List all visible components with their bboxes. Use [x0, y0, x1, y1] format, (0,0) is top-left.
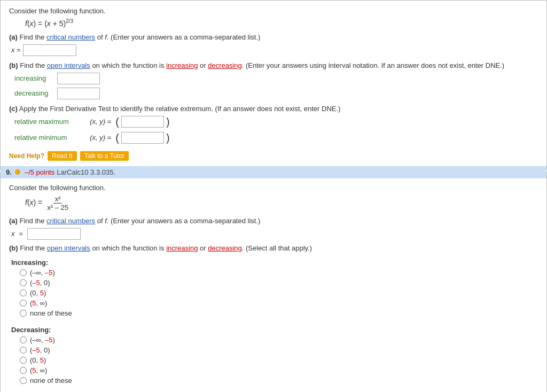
top-rel-max-row: relative maximum (x, y) = ( ) — [14, 116, 538, 128]
top-decreasing-input[interactable] — [57, 88, 100, 99]
fraction-denominator: x² – 25 — [45, 203, 70, 211]
top-rel-max-input[interactable] — [121, 116, 164, 128]
increasing-option-3[interactable]: (0, 5) — [20, 289, 538, 297]
decreasing-label: Decreasing: — [11, 326, 538, 334]
decreasing-interval-4: (5, ∞) — [30, 366, 47, 374]
points-badge: –/5 points — [25, 168, 54, 176]
decreasing-option-1[interactable]: (–∞, –5) — [20, 336, 538, 344]
increasing-radio-2[interactable] — [20, 279, 27, 286]
decreasing-radio-1[interactable] — [20, 336, 27, 343]
top-rel-max-label: relative maximum — [14, 117, 84, 126]
decreasing-interval-2: (–5, 0) — [30, 346, 50, 354]
decreasing-option-5[interactable]: none of these — [20, 377, 538, 385]
increasing-interval-2: (–5, 0) — [30, 279, 50, 287]
top-rel-min-rparen: ) — [166, 132, 170, 143]
increasing-label: Increasing: — [11, 258, 538, 266]
decreasing-radio-3[interactable] — [20, 357, 27, 364]
increasing-radio-5[interactable] — [20, 310, 27, 317]
increasing-radio-1[interactable] — [20, 269, 27, 276]
decreasing-option-4[interactable]: (5, ∞) — [20, 366, 538, 374]
top-need-help: Need Help? Read It Talk to a Tutor — [9, 151, 538, 161]
bottom-intro: Consider the following function. — [9, 184, 538, 192]
increasing-radio-3[interactable] — [20, 289, 27, 296]
bottom-x-row: x= — [11, 228, 538, 240]
top-decreasing-row: decreasing — [14, 88, 538, 99]
increasing-option-4[interactable]: (5, ∞) — [20, 299, 538, 307]
bottom-x-input[interactable] — [27, 228, 81, 240]
top-decreasing-label: decreasing — [14, 89, 57, 97]
top-increasing-row: increasing — [14, 73, 538, 84]
top-x-label: x = — [11, 46, 21, 54]
decreasing-interval-1: (–∞, –5) — [30, 336, 55, 344]
dot-icon — [15, 168, 22, 176]
increasing-option-1[interactable]: (–∞, –5) — [20, 269, 538, 277]
decreasing-option-3[interactable]: (0, 5) — [20, 356, 538, 364]
top-increasing-input[interactable] — [57, 73, 100, 84]
bottom-part-a-question: (a) Find the critical numbers of f. (Ent… — [9, 217, 538, 225]
decreasing-radio-5[interactable] — [20, 377, 27, 384]
increasing-option-2[interactable]: (–5, 0) — [20, 279, 538, 287]
top-function: f(x) = (x + 5)2/3 — [25, 18, 538, 28]
bottom-part-b-question: (b) Find the open intervals on which the… — [9, 244, 538, 252]
increasing-option-5[interactable]: none of these — [20, 309, 538, 317]
decreasing-radio-4[interactable] — [20, 367, 27, 374]
fraction-numerator: x² — [53, 195, 62, 203]
top-intro: Consider the following function. — [9, 7, 538, 15]
bottom-function: f(x) = x² x² – 25 — [25, 195, 538, 211]
decreasing-interval-5: none of these — [30, 377, 72, 385]
top-rel-max-xy: (x, y) = — [86, 117, 111, 126]
read-it-button[interactable]: Read It — [48, 151, 77, 161]
top-rel-min-row: relative minimum (x, y) = ( ) — [14, 132, 538, 144]
top-part-a-question: (a) Find the critical numbers of f. (Ent… — [9, 33, 538, 41]
top-rel-min-input[interactable] — [121, 132, 164, 144]
top-part-c-question: (c) Apply the First Derivative Test to i… — [9, 105, 538, 113]
decreasing-radio-2[interactable] — [20, 347, 27, 354]
top-rel-min-xy: (x, y) = — [86, 134, 111, 142]
bottom-x-label: x — [11, 230, 15, 238]
top-x-input[interactable] — [23, 44, 76, 56]
talk-to-tutor-button[interactable]: Talk to a Tutor — [80, 151, 129, 161]
top-rel-max-rparen: ) — [166, 116, 170, 127]
top-rel-min-lparen: ( — [115, 132, 119, 143]
top-rel-max-lparen: ( — [115, 116, 119, 127]
decreasing-option-2[interactable]: (–5, 0) — [20, 346, 538, 354]
top-part-b-question: (b) Find the open intervals on which the… — [9, 61, 538, 69]
top-increasing-label: increasing — [14, 74, 57, 82]
increasing-interval-3: (0, 5) — [30, 289, 46, 297]
increasing-interval-5: none of these — [30, 309, 72, 317]
need-help-label: Need Help? — [9, 152, 44, 160]
decreasing-interval-3: (0, 5) — [30, 356, 46, 364]
increasing-interval-4: (5, ∞) — [30, 299, 47, 307]
top-rel-min-label: relative minimum — [14, 134, 84, 142]
increasing-interval-1: (–∞, –5) — [30, 269, 55, 277]
problem-id: LarCalc10 3.3.035. — [57, 168, 115, 176]
increasing-radio-4[interactable] — [20, 300, 27, 307]
problem-9-header: 9. –/5 points LarCalc10 3.3.035. — [1, 166, 546, 178]
problem-number: 9. — [6, 168, 12, 176]
